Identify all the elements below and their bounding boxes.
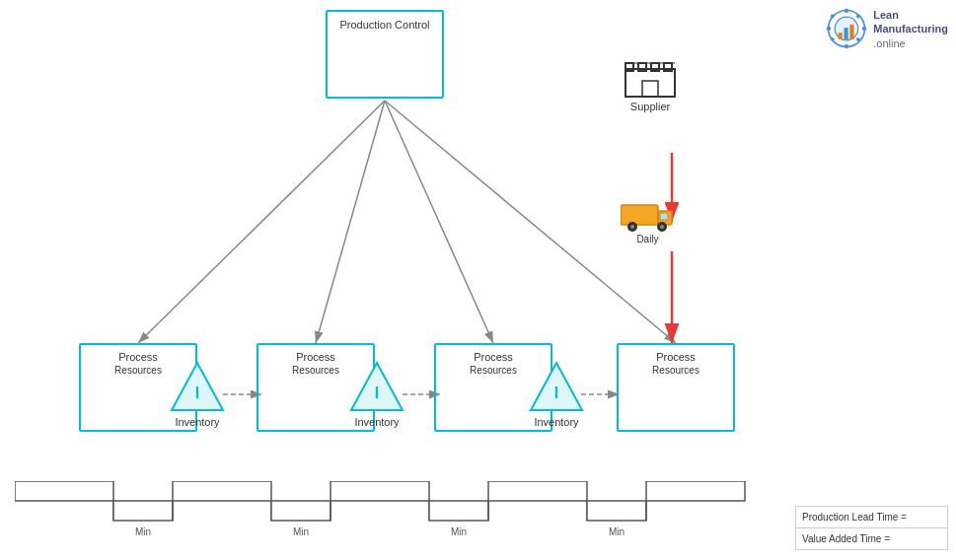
svg-rect-54 (331, 481, 429, 501)
supplier-area: Supplier (621, 49, 680, 112)
svg-rect-48 (113, 501, 173, 521)
inventory-1: I Inventory (170, 361, 225, 428)
svg-line-4 (316, 101, 385, 343)
logo-icon (826, 8, 867, 49)
svg-rect-58 (488, 481, 587, 501)
svg-rect-62 (646, 481, 745, 501)
svg-rect-56 (429, 501, 488, 521)
svg-rect-18 (846, 44, 848, 48)
supplier-icon (621, 49, 680, 99)
logo-area: Lean Manufacturing .online (826, 8, 948, 50)
svg-rect-19 (827, 28, 831, 31)
svg-rect-25 (625, 69, 675, 97)
svg-text:I: I (375, 385, 379, 401)
production-control-box: Production Control (326, 10, 444, 99)
svg-text:Min: Min (293, 526, 309, 537)
svg-rect-20 (862, 28, 866, 31)
diagram-lines (0, 0, 956, 560)
truck-area: Daily (621, 197, 675, 245)
process-box-4: Process Resources (617, 343, 735, 432)
svg-rect-32 (642, 81, 658, 97)
svg-rect-22 (856, 14, 861, 19)
svg-text:I: I (554, 385, 558, 401)
svg-rect-16 (850, 25, 854, 39)
svg-rect-17 (846, 9, 848, 13)
svg-line-3 (138, 101, 385, 343)
value-added-time-row: Value Added Time = (796, 528, 947, 549)
svg-rect-35 (660, 213, 668, 220)
svg-text:Min: Min (135, 526, 151, 537)
svg-text:Min: Min (451, 526, 467, 537)
svg-rect-46 (15, 481, 113, 501)
svg-text:I: I (195, 385, 199, 401)
production-lead-time-row: Production Lead Time = (796, 507, 947, 528)
logo-text: Lean Manufacturing .online (873, 8, 948, 50)
svg-line-5 (385, 101, 493, 343)
svg-rect-15 (845, 29, 848, 40)
svg-rect-60 (587, 501, 646, 521)
truck-icon (621, 197, 675, 232)
svg-rect-50 (173, 481, 271, 501)
svg-text:Min: Min (609, 526, 625, 537)
inventory-3: I Inventory (529, 361, 584, 428)
svg-point-37 (630, 225, 634, 229)
svg-rect-14 (839, 34, 843, 40)
timeline-svg: Days Days Days Days Days Min Min Min Min (15, 481, 804, 545)
vsm-diagram: { "title": "Value Stream Map", "logo": {… (0, 0, 956, 560)
inventory-2: I Inventory (349, 361, 404, 428)
svg-rect-52 (271, 501, 331, 521)
svg-rect-33 (621, 205, 658, 225)
svg-point-39 (660, 225, 664, 229)
info-box: Production Lead Time = Value Added Time … (795, 506, 948, 550)
